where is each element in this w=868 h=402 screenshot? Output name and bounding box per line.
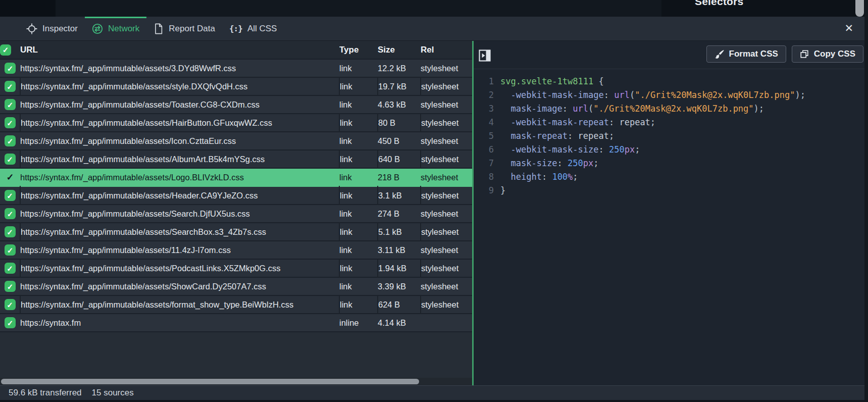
page-scrollbar-thumb[interactable] (855, 0, 864, 17)
background-page-dark-segment (661, 0, 868, 17)
line-content: height: 100%; (494, 170, 578, 184)
css-viewer-toolbar: Format CSS Copy CSS (474, 41, 864, 69)
column-header-size[interactable]: Size (378, 41, 421, 59)
code-line: 4 -webkit-mask-repeat: repeat; (474, 116, 864, 129)
table-row[interactable]: ✓https://syntax.fm/_app/immutable/assets… (0, 205, 472, 223)
css-viewer-panel: Format CSS Copy CSS 1svg.svelte-1tw8111 … (474, 41, 864, 385)
line-content: mask-size: 250px; (494, 157, 599, 170)
cell-rel: stylesheet (421, 205, 472, 223)
row-checkbox[interactable]: ✓ (5, 172, 16, 183)
table-row[interactable]: ✓https://syntax.fm/_app/immutable/assets… (0, 132, 472, 150)
status-bar: 59.6 kB transferred 15 sources (0, 385, 864, 400)
cell-url: https://syntax.fm/_app/immutable/assets/… (20, 77, 339, 95)
row-checkbox[interactable]: ✓ (5, 81, 16, 92)
column-header-rel[interactable]: Rel (421, 41, 472, 59)
horizontal-scrollbar-track[interactable] (0, 378, 472, 385)
tab-label: Network (108, 24, 139, 34)
table-row[interactable]: ✓https://syntax.fm/_app/immutable/assets… (0, 59, 472, 77)
table-row[interactable]: ✓https://syntax.fm/_app/immutable/assets… (0, 77, 472, 95)
tab-label: All CSS (247, 24, 277, 34)
column-header-type[interactable]: Type (339, 41, 378, 59)
cell-rel: stylesheet (421, 132, 472, 150)
format-css-button[interactable]: Format CSS (706, 45, 786, 63)
table-row[interactable]: ✓https://syntax.fm/_app/immutable/assets… (0, 277, 472, 295)
table-row[interactable]: ✓https://syntax.fm/_app/immutable/assets… (0, 150, 472, 168)
background-page-title: Selectors (695, 0, 743, 8)
cell-url: https://syntax.fm/_app/immutable/assets/… (20, 132, 339, 150)
line-content: -webkit-mask-image: url("./Grit%20Mask@2… (494, 88, 805, 102)
row-checkbox[interactable]: ✓ (5, 281, 16, 292)
header-checkbox-cell[interactable]: ✓ (0, 41, 20, 59)
cell-type: link (339, 241, 378, 259)
line-number: 6 (474, 143, 494, 157)
copy-css-button[interactable]: Copy CSS (792, 45, 863, 63)
code-line: 8 height: 100%; (474, 170, 864, 184)
line-number: 3 (474, 102, 494, 116)
cell-rel (421, 314, 472, 332)
table-row[interactable]: ✓https://syntax.fm/_app/immutable/assets… (0, 168, 472, 186)
horizontal-scrollbar-thumb[interactable] (1, 379, 419, 384)
code-line: 3 mask-image: url("./Grit%20Mask@2x.wqK0… (474, 102, 864, 116)
cell-rel: stylesheet (421, 114, 472, 132)
cell-size: 5.1 kB (378, 223, 421, 241)
table-row[interactable]: ✓https://syntax.fm/_app/immutable/assets… (0, 114, 472, 132)
cell-rel: stylesheet (421, 150, 472, 168)
cell-type: link (339, 223, 378, 241)
tab-network[interactable]: Network (85, 17, 146, 40)
cell-type: link (339, 150, 378, 168)
table-row[interactable]: ✓https://syntax.fminline4.14 kB (0, 314, 472, 332)
code-line: 7 mask-size: 250px; (474, 157, 864, 170)
row-checkbox[interactable]: ✓ (5, 299, 16, 310)
cell-size: 640 B (378, 150, 421, 168)
table-row[interactable]: ✓https://syntax.fm/_app/immutable/assets… (0, 259, 472, 277)
cell-type: link (339, 259, 378, 277)
tab-all-css[interactable]: {:}All CSS (222, 17, 284, 40)
row-checkbox[interactable]: ✓ (5, 317, 16, 328)
cell-size: 3.11 kB (378, 241, 421, 259)
row-checkbox[interactable]: ✓ (5, 263, 16, 274)
row-checkbox[interactable]: ✓ (5, 63, 16, 74)
row-checkbox[interactable]: ✓ (5, 99, 16, 110)
cell-url: https://syntax.fm (20, 314, 339, 332)
line-content: mask-image: url("./Grit%20Mask@2x.wqK0L7… (494, 102, 764, 116)
row-checkbox[interactable]: ✓ (5, 117, 16, 128)
row-checkbox[interactable]: ✓ (5, 226, 16, 237)
tab-report-data[interactable]: Report Data (146, 17, 222, 40)
cell-size: 274 B (378, 205, 421, 223)
cell-type: inline (339, 314, 378, 332)
brush-icon (714, 49, 724, 59)
cell-url: https://syntax.fm/_app/immutable/assets/… (20, 295, 339, 314)
cell-type: link (339, 77, 378, 95)
table-row[interactable]: ✓https://syntax.fm/_app/immutable/assets… (0, 186, 472, 205)
cell-size: 1.94 kB (378, 259, 421, 277)
row-checkbox[interactable]: ✓ (5, 154, 16, 165)
select-all-checkbox[interactable]: ✓ (0, 44, 11, 56)
cell-type: link (339, 168, 378, 186)
column-header-url[interactable]: URL (20, 41, 339, 59)
close-icon[interactable]: ✕ (844, 23, 853, 33)
line-content: svg.svelte-1tw8111 { (494, 75, 604, 88)
line-number: 4 (474, 116, 494, 129)
cell-type: link (339, 59, 378, 77)
cell-url: https://syntax.fm/_app/immutable/assets/… (20, 223, 339, 241)
table-row[interactable]: ✓https://syntax.fm/_app/immutable/assets… (0, 295, 472, 314)
cell-rel: stylesheet (421, 95, 472, 114)
css-code-block[interactable]: 1svg.svelte-1tw8111 {2 -webkit-mask-imag… (474, 75, 864, 197)
cell-url: https://syntax.fm/_app/immutable/assets/… (20, 95, 339, 114)
line-content: -webkit-mask-size: 250px; (494, 143, 640, 157)
row-checkbox[interactable]: ✓ (5, 244, 16, 256)
table-row[interactable]: ✓https://syntax.fm/_app/immutable/assets… (0, 223, 472, 241)
table-body: ✓https://syntax.fm/_app/immutable/assets… (0, 59, 472, 332)
row-checkbox[interactable]: ✓ (5, 135, 16, 146)
collapse-panel-icon[interactable] (479, 49, 491, 62)
table-row[interactable]: ✓https://syntax.fm/_app/immutable/assets… (0, 95, 472, 114)
code-line: 1svg.svelte-1tw8111 { (474, 75, 864, 88)
table-row[interactable]: ✓https://syntax.fm/_app/immutable/assets… (0, 241, 472, 259)
window-right-edge (864, 0, 868, 402)
sources-count: 15 sources (92, 388, 134, 398)
cell-size: 80 B (378, 114, 421, 132)
devtools-panel: InspectorNetworkReport Data{:}All CSS ✕ … (0, 17, 864, 400)
tab-inspector[interactable]: Inspector (19, 17, 85, 40)
row-checkbox[interactable]: ✓ (5, 190, 16, 201)
row-checkbox[interactable]: ✓ (5, 208, 16, 219)
